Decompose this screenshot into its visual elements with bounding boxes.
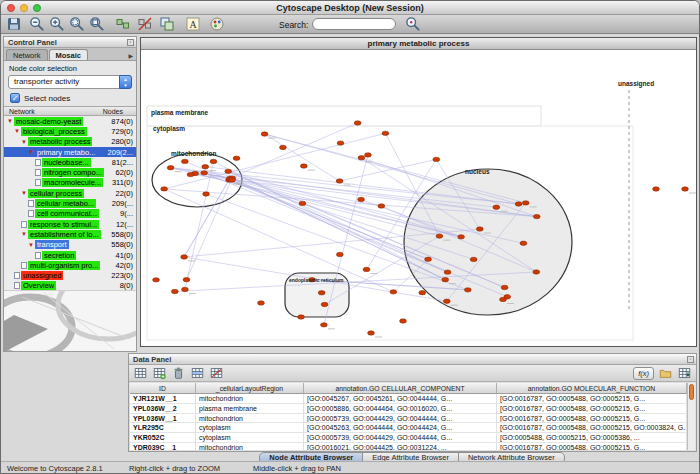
create-attribute-icon[interactable] bbox=[152, 366, 167, 380]
show-all-icon[interactable] bbox=[115, 16, 131, 32]
zoom-selected-icon[interactable] bbox=[69, 16, 85, 32]
network-tree-item[interactable]: unassigned223(0) bbox=[4, 270, 136, 280]
network-node[interactable] bbox=[378, 204, 385, 208]
annotation-icon[interactable]: A bbox=[185, 16, 201, 32]
network-tree-item[interactable]: ▼primary metabo...209(2... bbox=[4, 147, 136, 157]
column-header[interactable]: ID bbox=[130, 383, 196, 394]
network-node[interactable] bbox=[504, 295, 511, 299]
network-tree-item[interactable]: cell communicat...9(... bbox=[4, 209, 136, 219]
network-node[interactable] bbox=[161, 187, 168, 191]
network-node[interactable] bbox=[261, 132, 268, 136]
network-node[interactable] bbox=[225, 169, 232, 173]
float-panel-button[interactable]: ▫ bbox=[127, 39, 134, 46]
network-node[interactable] bbox=[183, 277, 190, 281]
network-tree-item[interactable]: ▼transport558(0) bbox=[4, 240, 136, 250]
network-node[interactable] bbox=[363, 267, 370, 271]
new-network-from-selection-icon[interactable] bbox=[159, 16, 175, 32]
network-node[interactable] bbox=[425, 257, 432, 261]
network-node[interactable] bbox=[653, 187, 660, 191]
save-session-icon[interactable] bbox=[6, 16, 22, 32]
network-tree-item[interactable]: nitrogen compo...62(0) bbox=[4, 167, 136, 177]
vizmapper-icon[interactable] bbox=[209, 16, 225, 32]
search-input[interactable] bbox=[312, 18, 396, 30]
scrollbar-thumb[interactable] bbox=[689, 384, 694, 400]
expand-toggle-icon[interactable]: ▼ bbox=[20, 190, 28, 196]
network-node[interactable] bbox=[229, 178, 236, 182]
network-node[interactable] bbox=[442, 277, 449, 281]
network-node[interactable] bbox=[493, 205, 500, 209]
table-scrollbar[interactable] bbox=[687, 383, 695, 450]
network-tree-item[interactable]: secretion41(0) bbox=[4, 250, 136, 260]
network-tree-item[interactable]: cellular metabo...209(... bbox=[4, 198, 136, 208]
network-node[interactable] bbox=[321, 302, 328, 306]
network-tree-item[interactable]: ▼cellular process22(0) bbox=[4, 188, 136, 198]
network-node[interactable] bbox=[436, 234, 443, 238]
network-node[interactable] bbox=[515, 202, 522, 206]
network-node[interactable] bbox=[365, 153, 372, 157]
network-node[interactable] bbox=[258, 301, 265, 305]
network-node[interactable] bbox=[419, 291, 426, 295]
import-table-icon[interactable] bbox=[677, 366, 692, 380]
network-node[interactable] bbox=[320, 323, 327, 327]
network-search-icon[interactable] bbox=[405, 16, 421, 32]
network-node[interactable] bbox=[443, 299, 450, 303]
network-tree-item[interactable]: response to stimul...12(... bbox=[4, 219, 136, 229]
network-node[interactable] bbox=[533, 270, 540, 274]
network-tree-item[interactable]: ▼establishment of lo...558(0) bbox=[4, 229, 136, 239]
network-node[interactable] bbox=[336, 252, 343, 256]
column-header[interactable]: annotation.GO MOLECULAR_FUNCTION bbox=[497, 383, 687, 394]
table-row[interactable]: YLR295Ccytoplasm[GO:0045263, GO:0044444,… bbox=[130, 423, 687, 433]
select-attributes-icon[interactable] bbox=[133, 366, 148, 380]
network-node[interactable] bbox=[522, 201, 529, 205]
network-node[interactable] bbox=[187, 172, 194, 176]
network-node[interactable] bbox=[336, 179, 343, 183]
delete-attribute-icon[interactable] bbox=[171, 366, 186, 380]
select-all-attributes-icon[interactable] bbox=[190, 366, 205, 380]
control-panel-tab-network[interactable]: Network bbox=[6, 49, 48, 60]
column-header[interactable]: annotation.GO CELLULAR_COMPONENT bbox=[304, 383, 497, 394]
network-node[interactable] bbox=[201, 171, 208, 175]
network-node[interactable] bbox=[368, 331, 375, 335]
expand-toggle-icon[interactable]: ▼ bbox=[27, 242, 35, 248]
network-node[interactable] bbox=[520, 241, 527, 245]
expand-toggle-icon[interactable]: ▼ bbox=[20, 231, 28, 237]
network-node[interactable] bbox=[203, 192, 210, 196]
network-node[interactable] bbox=[444, 270, 451, 274]
network-node[interactable] bbox=[470, 257, 477, 261]
network-node[interactable] bbox=[458, 235, 465, 239]
network-node[interactable] bbox=[501, 285, 508, 289]
network-tree-item[interactable]: ▼metabolic process280(0) bbox=[4, 137, 136, 147]
network-tree-item[interactable]: multi-organism pro...42(0) bbox=[4, 260, 136, 270]
table-row[interactable]: YJR121W__1mitochondrion[GO:0045267, GO:0… bbox=[130, 394, 687, 404]
network-node[interactable] bbox=[682, 187, 689, 191]
network-node[interactable] bbox=[358, 156, 365, 160]
network-node[interactable] bbox=[300, 164, 307, 168]
open-folder-icon[interactable] bbox=[658, 366, 673, 380]
zoom-in-icon[interactable] bbox=[49, 16, 65, 32]
column-header[interactable]: _cellularLayoutRegion bbox=[196, 383, 304, 394]
expand-toggle-icon[interactable]: ▼ bbox=[20, 139, 28, 145]
network-node[interactable] bbox=[390, 290, 397, 294]
network-tree-item[interactable]: macromolecule...311(0) bbox=[4, 178, 136, 188]
table-row[interactable]: YKR052Ccytoplasm[GO:0005739, GO:0044429,… bbox=[130, 433, 687, 443]
network-node[interactable] bbox=[400, 319, 407, 323]
zoom-out-icon[interactable] bbox=[29, 16, 45, 32]
expand-toggle-icon[interactable]: ▼ bbox=[13, 128, 21, 134]
network-node[interactable] bbox=[202, 164, 209, 168]
network-node[interactable] bbox=[318, 291, 325, 295]
network-tree-item[interactable]: nucleobase...81(2... bbox=[4, 157, 136, 167]
expand-toggle-icon[interactable]: ▼ bbox=[6, 118, 14, 124]
network-node[interactable] bbox=[382, 131, 389, 135]
function-builder-icon[interactable]: f(x) bbox=[633, 367, 654, 380]
network-tree-item[interactable]: ▼mosaic-demo-yeast874(0) bbox=[4, 116, 136, 126]
float-data-panel-button[interactable]: ▫ bbox=[687, 356, 694, 363]
zoom-fit-icon[interactable] bbox=[89, 16, 105, 32]
expand-toggle-icon[interactable]: ▼ bbox=[27, 149, 35, 155]
network-node[interactable] bbox=[464, 288, 471, 292]
network-node[interactable] bbox=[533, 214, 540, 218]
network-node[interactable] bbox=[354, 121, 361, 125]
network-node[interactable] bbox=[476, 227, 483, 231]
select-nodes-checkbox[interactable]: ✓ bbox=[10, 93, 20, 103]
network-node[interactable] bbox=[358, 197, 365, 201]
control-panel-tab-mosaic[interactable]: Mosaic bbox=[49, 49, 88, 60]
